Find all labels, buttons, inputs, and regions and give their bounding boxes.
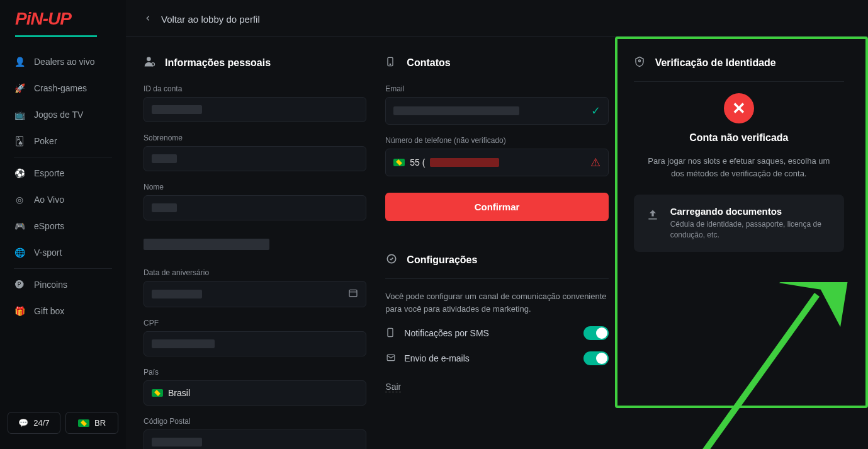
- live-icon: ◎: [14, 194, 25, 205]
- phone-label: Número de telefone (não verificado): [385, 136, 608, 145]
- birthday-field[interactable]: [144, 281, 366, 307]
- sidebar-item-label: Crash-games: [34, 83, 87, 93]
- sidebar-item-label: Jogos de TV: [34, 110, 83, 120]
- postal-label: Código Postal: [144, 417, 366, 426]
- section-title: Verificação de Identidade: [655, 57, 776, 69]
- status-description: Para jogar nos slots e efetuar saques, e…: [645, 155, 833, 179]
- phone-icon: [385, 55, 398, 71]
- redacted-value: [430, 158, 499, 167]
- upload-documents-button[interactable]: Carregando documentos Cédula de identida…: [634, 195, 844, 252]
- sidebar-item-label: Pincoins: [34, 280, 67, 290]
- surname-label: Sobrenome: [144, 134, 366, 142]
- sidebar: PiN-UP 👤 Dealers ao vivo 🚀 Crash-games 📺…: [0, 0, 126, 449]
- account-id-field[interactable]: [144, 97, 366, 122]
- shield-icon: [634, 55, 646, 71]
- sidebar-item-label: Ao Vivo: [34, 195, 64, 205]
- sidebar-divider: [14, 268, 112, 269]
- calendar-icon: [348, 288, 358, 300]
- sidebar-item-label: Poker: [34, 136, 57, 146]
- country-value: Brasil: [168, 388, 190, 398]
- settings-description: Você pode configurar um canal de comunic…: [385, 290, 608, 315]
- email-icon: [385, 353, 397, 364]
- redacted-value: [152, 154, 177, 163]
- chat-icon: 💬: [18, 418, 28, 428]
- sidebar-item-crash[interactable]: 🚀 Crash-games: [0, 75, 126, 101]
- cpf-label: CPF: [144, 319, 366, 327]
- redacted-value: [152, 105, 202, 114]
- confirm-button[interactable]: Confirmar: [385, 193, 608, 221]
- phone-field[interactable]: 55 ( ⚠: [385, 149, 608, 176]
- sidebar-item-giftbox[interactable]: 🎁 Gift box: [0, 298, 126, 324]
- personal-info-section: Informações pessoais ID da conta Sobreno…: [144, 55, 366, 449]
- name-field[interactable]: [144, 195, 366, 220]
- breadcrumb[interactable]: Voltar ao lobby do perfil: [126, 0, 868, 37]
- email-field[interactable]: ✓: [385, 97, 608, 125]
- tv-icon: 📺: [14, 109, 25, 120]
- sidebar-item-pincoins[interactable]: 🅟 Pincoins: [0, 271, 126, 298]
- sidebar-item-aovivo[interactable]: ◎ Ao Vivo: [0, 186, 126, 213]
- status-error-icon: ✕: [724, 93, 754, 123]
- sidebar-item-label: Gift box: [34, 306, 64, 316]
- svg-point-5: [390, 64, 391, 64]
- status-title: Conta não verificada: [634, 132, 844, 144]
- flag-br-icon: [78, 419, 89, 427]
- section-title: Informações pessoais: [165, 57, 271, 69]
- divider: [634, 81, 844, 82]
- sidebar-item-dealers[interactable]: 👤 Dealers ao vivo: [0, 48, 126, 75]
- redacted-value: [152, 290, 202, 298]
- sidebar-item-poker[interactable]: 🂡 Poker: [0, 128, 126, 154]
- logout-link[interactable]: Sair: [385, 382, 401, 392]
- chat-button[interactable]: 💬 24/7: [8, 412, 60, 434]
- checkmark-icon: ✓: [591, 104, 600, 118]
- redacted-value: [144, 239, 269, 250]
- sidebar-item-tv[interactable]: 📺 Jogos de TV: [0, 101, 126, 128]
- warning-icon: ⚠: [590, 156, 600, 169]
- chat-label: 24/7: [33, 418, 49, 428]
- section-title: Contatos: [407, 57, 450, 69]
- redacted-value: [152, 339, 215, 348]
- extra-field: [144, 232, 366, 257]
- svg-point-9: [638, 60, 640, 62]
- cpf-field[interactable]: [144, 331, 366, 356]
- email-label: Email: [385, 84, 608, 93]
- svg-rect-7: [388, 328, 393, 336]
- sidebar-item-label: Dealers ao vivo: [34, 57, 95, 67]
- country-field[interactable]: Brasil: [144, 380, 366, 406]
- phone-prefix: 55 (: [410, 157, 425, 168]
- lang-button[interactable]: BR: [65, 412, 118, 434]
- logo: PiN-UP: [0, 9, 126, 34]
- redacted-value: [152, 203, 177, 212]
- sidebar-item-label: eSports: [34, 221, 64, 231]
- sms-toggle-label: Notificações por SMS: [404, 328, 575, 338]
- rocket-icon: 🚀: [14, 82, 25, 94]
- sidebar-divider: [14, 157, 112, 157]
- sidebar-item-esporte[interactable]: ⚽ Esporte: [0, 160, 126, 186]
- email-toggle-label: Envio de e-mails: [404, 353, 575, 363]
- coin-icon: 🅟: [14, 279, 25, 290]
- verification-section: Verificação de Identidade ✕ Conta não ve…: [628, 55, 850, 449]
- user-gear-icon: [144, 55, 156, 71]
- sidebar-item-esports[interactable]: 🎮 eSports: [0, 213, 126, 239]
- section-title: Configurações: [407, 254, 477, 266]
- redacted-value: [393, 106, 519, 115]
- svg-rect-2: [349, 290, 357, 297]
- lang-label: BR: [94, 418, 106, 428]
- globe-icon: 🌐: [14, 247, 25, 258]
- sidebar-item-vsport[interactable]: 🌐 V-sport: [0, 239, 126, 266]
- divider: [385, 278, 608, 279]
- sms-toggle[interactable]: [583, 326, 609, 340]
- upload-title: Carregando documentos: [670, 206, 831, 217]
- name-label: Nome: [144, 183, 366, 191]
- upload-icon: [646, 206, 659, 224]
- flag-br-icon: [152, 389, 163, 397]
- redacted-value: [152, 438, 202, 446]
- surname-field[interactable]: [144, 146, 366, 171]
- breadcrumb-label: Voltar ao lobby do perfil: [161, 14, 260, 25]
- svg-point-0: [147, 57, 151, 62]
- email-toggle[interactable]: [583, 351, 609, 365]
- country-label: País: [144, 368, 366, 377]
- postal-field[interactable]: [144, 429, 366, 449]
- gamepad-icon: 🎮: [14, 220, 25, 232]
- flag-br-icon: [393, 159, 405, 166]
- cards-icon: 🂡: [14, 135, 25, 147]
